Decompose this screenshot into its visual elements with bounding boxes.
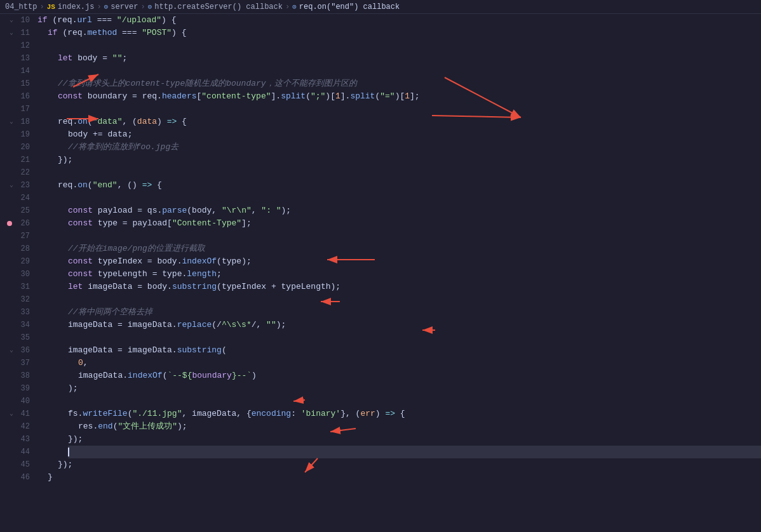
code-line-13: let body = ""; — [58, 52, 761, 65]
code-line-26: const type = payload["Content-Type"]; — [68, 217, 761, 230]
line-number-43: 43 — [0, 433, 30, 446]
code-line-42: res.end("文件上传成功"); — [78, 420, 761, 433]
code-line-10: if (req.url === "/upload") { — [37, 14, 761, 27]
line-number-13: 13 — [0, 52, 30, 65]
line-number-16: 16 — [0, 90, 30, 103]
line-number-39: 39 — [0, 382, 30, 395]
code-area[interactable]: if (req.url === "/upload") { if (req.met… — [35, 14, 761, 532]
line-number-31: 31 — [0, 281, 30, 293]
line-number-33: 33 — [0, 306, 30, 319]
code-line-16: const boundary = req.headers["content-ty… — [58, 90, 761, 103]
breadcrumb-server: server — [111, 3, 138, 11]
line-number-27: 27 — [0, 230, 30, 243]
code-line-28: //开始在image/png的位置进行截取 — [68, 243, 761, 255]
breadcrumb-create-server: http.createServer() callback — [154, 3, 283, 11]
line-number-10: 10 — [0, 14, 30, 27]
code-line-35 — [37, 331, 761, 344]
code-line-18: req.on("data", (data) => { — [58, 116, 761, 128]
code-line-11: if (req.method === "POST") { — [48, 27, 761, 39]
code-line-39: ); — [68, 382, 761, 395]
breakpoint-26[interactable] — [7, 221, 12, 226]
line-number-41: 41 — [0, 408, 30, 420]
line-number-32: 32 — [0, 293, 30, 306]
code-line-20: //将拿到的流放到foo.jpg去 — [68, 141, 761, 154]
line-number-22: 22 — [0, 166, 30, 179]
code-line-33: //将中间两个空格去掉 — [68, 306, 761, 319]
line-number-15: 15 — [0, 77, 30, 90]
code-line-45: }); — [58, 458, 761, 471]
code-line-14 — [37, 65, 761, 77]
line-number-21: 21 — [0, 154, 30, 166]
line-number-17: 17 — [0, 103, 30, 116]
line-number-28: 28 — [0, 243, 30, 255]
code-line-25: const payload = qs.parse(body, "\r\n", "… — [68, 204, 761, 217]
line-number-34: 34 — [0, 319, 30, 331]
breadcrumb-req-end: req.on("end") callback — [299, 3, 400, 11]
code-line-37: 0, — [78, 357, 761, 369]
code-line-17 — [37, 103, 761, 116]
code-line-38: imageData.indexOf(`--${boundary}--`) — [78, 369, 761, 382]
code-line-30: const typeLength = type.length; — [68, 268, 761, 281]
code-line-34: imageData = imageData.replace(/^\s\s*/, … — [68, 319, 761, 331]
line-number-37: 37 — [0, 357, 30, 369]
line-number-45: 45 — [0, 458, 30, 471]
line-numbers: 10 11 12 13 14 15 16 17 — [0, 14, 35, 532]
code-line-27 — [37, 230, 761, 243]
line-number-11: 11 — [0, 27, 30, 39]
code-line-32 — [37, 293, 761, 306]
code-line-29: const typeIndex = body.indexOf(type); — [68, 255, 761, 268]
code-line-41: fs.writeFile("./11.jpg", imageData, {enc… — [68, 408, 761, 420]
code-line-46: } — [48, 471, 761, 484]
line-number-14: 14 — [0, 65, 30, 77]
code-line-24 — [37, 192, 761, 204]
editor: 10 11 12 13 14 15 16 17 — [0, 14, 761, 532]
line-number-23: 23 — [0, 179, 30, 192]
code-line-40 — [37, 395, 761, 408]
line-number-36: 36 — [0, 344, 30, 357]
breadcrumb-folder: 04_http — [5, 3, 37, 11]
line-number-24: 24 — [0, 192, 30, 204]
code-line-31: let imageData = body.substring(typeIndex… — [68, 281, 761, 293]
line-number-38: 38 — [0, 369, 30, 382]
line-number-29: 29 — [0, 255, 30, 268]
code-line-36: imageData = imageData.substring( — [68, 344, 761, 357]
code-line-43: }); — [68, 433, 761, 446]
line-number-42: 42 — [0, 420, 30, 433]
line-number-12: 12 — [0, 39, 30, 52]
code-line-44 — [68, 446, 761, 458]
line-number-19: 19 — [0, 128, 30, 141]
line-number-44: 44 — [0, 446, 30, 458]
code-line-23: req.on("end", () => { — [58, 179, 761, 192]
line-number-30: 30 — [0, 268, 30, 281]
line-number-35: 35 — [0, 331, 30, 344]
breadcrumb: 04_http › JS index.js › ⊙ server › ⊙ htt… — [0, 0, 761, 14]
line-number-18: 18 — [0, 116, 30, 128]
code-line-22 — [37, 166, 761, 179]
line-number-46: 46 — [0, 471, 30, 484]
line-number-20: 20 — [0, 141, 30, 154]
breadcrumb-file: index.js — [58, 3, 95, 11]
code-line-21: }); — [58, 154, 761, 166]
line-number-26: 26 — [0, 217, 30, 230]
cursor — [68, 448, 69, 456]
line-number-25: 25 — [0, 204, 30, 217]
code-line-19: body += data; — [68, 128, 761, 141]
code-line-12 — [37, 39, 761, 52]
code-line-15: //拿到请求头上的content-type随机生成的boundary，这个不能存… — [58, 77, 761, 90]
line-number-40: 40 — [0, 395, 30, 408]
